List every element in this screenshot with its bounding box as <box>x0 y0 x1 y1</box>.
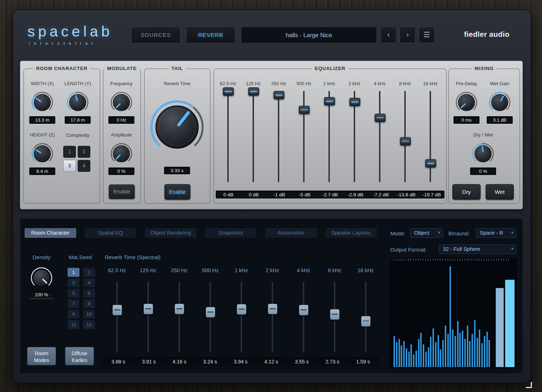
seed-option-8[interactable]: 8 <box>83 299 95 308</box>
spectral-freq-label: 62.5 Hz <box>102 267 132 273</box>
spectral-slider-track-2-khz[interactable] <box>272 282 273 352</box>
mode-dropdown[interactable]: Object▾ <box>410 228 443 238</box>
spectral-time-value: 3.24 s <box>195 359 225 365</box>
amplitude-knob[interactable] <box>110 142 133 165</box>
eq-slider-track-4-khz[interactable] <box>379 91 380 182</box>
tail-enable-button[interactable]: Enable <box>164 184 190 200</box>
density-knob[interactable] <box>30 266 53 289</box>
spectrum-bar <box>425 352 427 367</box>
seed-option-9[interactable]: 9 <box>68 310 79 319</box>
preset-display[interactable]: halls - Large Nice <box>241 27 377 43</box>
reverb-time-knob[interactable] <box>149 99 205 155</box>
wet-button[interactable]: Wet <box>486 184 514 200</box>
predelay-knob[interactable] <box>455 91 478 114</box>
eq-slider-thumb-8-khz[interactable] <box>400 137 411 145</box>
spectral-slider-thumb-4-khz[interactable] <box>299 305 309 315</box>
seed-option-12[interactable]: 12 <box>83 320 95 329</box>
seed-option-1[interactable]: 1 <box>68 268 79 277</box>
eq-slider-thumb-500-hz[interactable] <box>299 106 310 114</box>
eq-slider-track-125-hz[interactable] <box>253 91 254 182</box>
spectrum-bar <box>445 326 446 367</box>
complexity-option-4[interactable]: 4 <box>78 160 90 172</box>
complexity-option-1[interactable]: 1 <box>63 146 76 158</box>
tab-object-rendering[interactable]: Object Rendering <box>145 228 197 238</box>
meter-tick <box>452 259 453 261</box>
spectral-slider-thumb-62-5-hz[interactable] <box>112 305 122 315</box>
density-value: 100 % <box>29 291 54 299</box>
meter-tick <box>440 259 440 261</box>
eq-slider-track-250-hz[interactable] <box>278 91 279 182</box>
wet-gain-knob[interactable] <box>488 91 511 114</box>
spectral-slider-track-4-khz[interactable] <box>303 282 304 352</box>
meter-tick <box>425 259 426 261</box>
diffuse-earlies-button[interactable]: DiffuseEarlies <box>65 347 94 365</box>
spectral-slider-thumb-250-hz[interactable] <box>175 304 184 314</box>
eq-slider-thumb-125-hz[interactable] <box>248 87 259 96</box>
meter-tick <box>435 259 436 261</box>
next-preset-button[interactable]: › <box>400 27 416 43</box>
width-knob[interactable] <box>31 91 54 114</box>
seed-option-5[interactable]: 5 <box>68 289 79 298</box>
eq-slider-thumb-2-khz[interactable] <box>349 98 360 106</box>
spectral-slider-thumb-500-hz[interactable] <box>206 307 215 318</box>
length-knob[interactable] <box>66 91 89 114</box>
section-title: TAIL <box>168 66 186 71</box>
meter-tick <box>498 259 499 261</box>
eq-slider-thumb-250-hz[interactable] <box>274 91 284 99</box>
seed-option-2[interactable]: 2 <box>83 268 95 277</box>
eq-slider-thumb-4-khz[interactable] <box>375 114 386 122</box>
meter-tick <box>416 259 416 261</box>
height-knob[interactable] <box>31 142 54 165</box>
spectral-slider-thumb-1-khz[interactable] <box>237 304 246 315</box>
wet-gain-label: Wet Gain <box>482 81 517 86</box>
sources-button[interactable]: SOURCES <box>131 27 180 43</box>
binaural-dropdown[interactable]: Space - R▾ <box>476 228 516 238</box>
eq-slider-thumb-62-5-hz[interactable] <box>223 87 234 96</box>
tab-automation[interactable]: Automation <box>265 228 317 238</box>
spectral-slider-thumb-8-khz[interactable] <box>330 309 340 320</box>
seed-option-6[interactable]: 6 <box>83 289 95 298</box>
tab-spatial-eq[interactable]: Spatial EQ <box>85 228 136 238</box>
resize-corner-handle[interactable] <box>526 382 532 388</box>
complexity-option-3[interactable]: 3 <box>63 160 76 172</box>
output-format-dropdown[interactable]: 32 - Full Sphere▾ <box>439 244 516 254</box>
eq-slider-thumb-16-khz[interactable] <box>425 159 436 167</box>
spectral-slider-thumb-125-hz[interactable] <box>143 304 153 314</box>
meter-tick <box>486 259 487 261</box>
meter-tick <box>442 259 443 261</box>
tab-snapshots[interactable]: Snapshots <box>205 228 257 238</box>
meter-tick <box>467 259 468 261</box>
menu-button[interactable]: ☰ <box>419 27 435 43</box>
complexity-option-2[interactable]: 2 <box>78 146 90 158</box>
seed-option-4[interactable]: 4 <box>83 278 95 287</box>
frequency-knob[interactable] <box>110 91 133 114</box>
seed-option-3[interactable]: 3 <box>68 278 79 287</box>
density-label: Density <box>23 254 60 260</box>
frequency-value: 0 Hz <box>108 116 134 124</box>
eq-freq-label: 2 kHz <box>342 81 367 86</box>
eq-slider-track-500-hz[interactable] <box>303 91 305 182</box>
eq-slider-thumb-1-khz[interactable] <box>324 97 335 105</box>
dry-button[interactable]: Dry <box>452 184 481 200</box>
room-modes-button[interactable]: RoomModes <box>27 347 56 365</box>
reverb-button[interactable]: REVERB <box>186 27 235 43</box>
modulate-enable-button[interactable]: Enable <box>109 184 135 199</box>
prev-preset-button[interactable]: ‹ <box>380 27 396 43</box>
seed-option-7[interactable]: 7 <box>68 299 79 308</box>
tab-room-character[interactable]: Room Character <box>25 228 76 238</box>
eq-slider-track-62-5-hz[interactable] <box>227 91 229 182</box>
seed-option-11[interactable]: 11 <box>68 320 79 329</box>
eq-slider-track-8-khz[interactable] <box>404 91 406 182</box>
spectral-slider-track-125-hz[interactable] <box>147 282 149 352</box>
seed-option-10[interactable]: 10 <box>83 310 95 319</box>
dry-wet-knob[interactable] <box>472 142 495 165</box>
spectral-slider-track-62-5-hz[interactable] <box>116 282 118 352</box>
spectral-slider-track-250-hz[interactable] <box>178 282 180 352</box>
meter-tick <box>459 259 460 261</box>
eq-slider-track-16-khz[interactable] <box>430 91 431 182</box>
spectral-slider-thumb-2-khz[interactable] <box>268 304 278 314</box>
eq-freq-label: 62.5 Hz <box>215 81 241 86</box>
tab-speaker-layouts[interactable]: Speaker Layouts <box>325 228 377 238</box>
spectral-slider-track-1-khz[interactable] <box>241 282 242 352</box>
spectral-slider-thumb-16-khz[interactable] <box>361 316 371 327</box>
